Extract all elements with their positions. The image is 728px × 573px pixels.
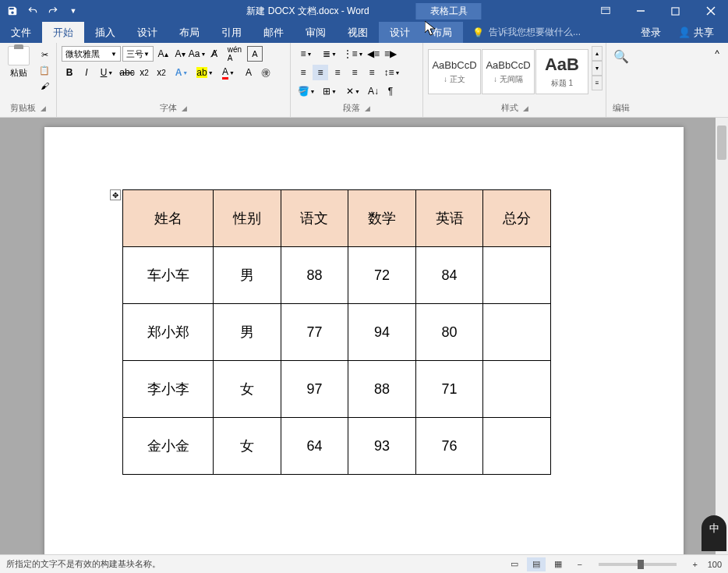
tab-references[interactable]: 引用 bbox=[210, 22, 253, 43]
table-cell[interactable]: 88 bbox=[281, 247, 348, 304]
text-effects-button[interactable]: A▼ bbox=[171, 65, 193, 80]
tab-view[interactable]: 视图 bbox=[337, 22, 379, 43]
table-cell[interactable]: 93 bbox=[348, 418, 416, 475]
clear-formatting-button[interactable]: A̸ bbox=[207, 46, 222, 62]
styles-launcher[interactable]: ◢ bbox=[523, 104, 528, 112]
distributed-button[interactable]: ≡ bbox=[364, 65, 380, 80]
increase-indent-button[interactable]: ≡▶ bbox=[383, 46, 398, 62]
shading-button[interactable]: 🪣▼ bbox=[295, 83, 317, 99]
zoom-level[interactable]: 100 bbox=[708, 560, 722, 569]
clipboard-launcher[interactable]: ◢ bbox=[41, 104, 46, 112]
table-cell[interactable]: 郑小郑 bbox=[123, 304, 214, 361]
style-box-1[interactable]: AaBbCcD↓ 无间隔 bbox=[482, 49, 535, 94]
copy-button[interactable]: 📋 bbox=[36, 63, 53, 77]
table-row[interactable]: 车小车男887284 bbox=[123, 247, 551, 304]
table-cell[interactable]: 88 bbox=[348, 361, 416, 418]
styles-scroll-down[interactable]: ▾ bbox=[592, 61, 603, 76]
styles-expand[interactable]: ≡ bbox=[592, 76, 603, 90]
zoom-slider[interactable] bbox=[599, 563, 677, 566]
table-cell[interactable]: 男 bbox=[214, 304, 281, 361]
table-header[interactable]: 姓名 bbox=[123, 190, 214, 247]
cut-button[interactable]: ✂ bbox=[36, 48, 53, 62]
table-cell[interactable]: 71 bbox=[415, 361, 483, 418]
table-move-handle[interactable]: ✥ bbox=[110, 189, 121, 200]
undo-button[interactable] bbox=[23, 2, 42, 20]
zoom-out-button[interactable]: − bbox=[571, 557, 589, 571]
table-cell[interactable]: 女 bbox=[214, 418, 281, 475]
redo-button[interactable] bbox=[44, 2, 62, 20]
table-cell[interactable]: 男 bbox=[214, 247, 281, 304]
table-cell[interactable]: 80 bbox=[415, 304, 483, 361]
table-cell[interactable]: 李小李 bbox=[123, 361, 214, 418]
sort-button[interactable]: ✕▼ bbox=[342, 83, 364, 99]
tab-review[interactable]: 审阅 bbox=[295, 22, 337, 43]
align-left-button[interactable]: ≡ bbox=[295, 65, 311, 80]
maximize-button[interactable] bbox=[658, 0, 693, 22]
document-table[interactable]: 姓名性别语文数学英语总分 车小车男887284郑小郑男779480李小李女978… bbox=[122, 189, 551, 475]
table-header[interactable]: 总分 bbox=[483, 190, 551, 247]
styles-scroll-up[interactable]: ▴ bbox=[592, 46, 603, 61]
table-cell[interactable] bbox=[483, 361, 551, 418]
subscript-button[interactable]: x2 bbox=[136, 65, 152, 80]
table-cell[interactable]: 车小车 bbox=[123, 247, 214, 304]
table-cell[interactable] bbox=[483, 247, 551, 304]
align-center-button[interactable]: ≡ bbox=[313, 65, 328, 80]
enclose-characters-button[interactable]: ㊝ bbox=[258, 65, 274, 80]
bold-button[interactable]: B bbox=[62, 65, 77, 80]
phonetic-guide-button[interactable]: wénA bbox=[224, 46, 246, 62]
character-border-button[interactable]: A bbox=[247, 46, 263, 62]
read-mode-button[interactable]: ▭ bbox=[505, 557, 524, 571]
bullets-button[interactable]: ≡▼ bbox=[295, 46, 317, 62]
align-right-button[interactable]: ≡ bbox=[330, 65, 345, 80]
table-cell[interactable] bbox=[483, 418, 551, 475]
table-cell[interactable]: 77 bbox=[281, 304, 348, 361]
justify-button[interactable]: ≡ bbox=[347, 65, 362, 80]
italic-button[interactable]: I bbox=[79, 65, 94, 80]
multilevel-list-button[interactable]: ⋮≡▼ bbox=[342, 46, 364, 62]
line-spacing-button[interactable]: ↕≡▼ bbox=[381, 65, 403, 80]
table-row[interactable]: 郑小郑男779480 bbox=[123, 304, 551, 361]
scrollbar-thumb[interactable] bbox=[717, 126, 726, 160]
grow-font-button[interactable]: A▴ bbox=[155, 46, 171, 62]
table-cell[interactable] bbox=[483, 304, 551, 361]
table-header[interactable]: 数学 bbox=[348, 190, 416, 247]
font-launcher[interactable]: ◢ bbox=[182, 104, 187, 112]
find-button[interactable]: 🔍 bbox=[613, 48, 630, 65]
tab-table-design[interactable]: 设计 bbox=[379, 22, 421, 43]
shrink-font-button[interactable]: A▾ bbox=[172, 46, 188, 62]
close-button[interactable] bbox=[693, 0, 728, 22]
style-box-2[interactable]: AaB标题 1 bbox=[535, 49, 588, 94]
table-cell[interactable]: 女 bbox=[214, 361, 281, 418]
style-box-0[interactable]: AaBbCcD↓ 正文 bbox=[428, 49, 481, 94]
table-cell[interactable]: 72 bbox=[348, 247, 416, 304]
table-cell[interactable]: 97 bbox=[281, 361, 348, 418]
table-cell[interactable]: 76 bbox=[415, 418, 483, 475]
table-header[interactable]: 性别 bbox=[214, 190, 281, 247]
table-cell[interactable]: 94 bbox=[348, 304, 416, 361]
numbering-button[interactable]: ≣▼ bbox=[319, 46, 341, 62]
font-size-select[interactable]: 三号▼ bbox=[122, 46, 154, 62]
underline-button[interactable]: U▼ bbox=[96, 65, 118, 80]
table-cell[interactable]: 84 bbox=[415, 247, 483, 304]
change-case-button[interactable]: Aa▼ bbox=[189, 46, 205, 62]
tab-layout[interactable]: 布局 bbox=[168, 22, 210, 43]
borders-button[interactable]: ⊞▼ bbox=[319, 83, 341, 99]
tab-home[interactable]: 开始 bbox=[42, 22, 84, 43]
login-button[interactable]: 登录 bbox=[633, 22, 669, 43]
superscript-button[interactable]: x2 bbox=[154, 65, 169, 80]
minimize-button[interactable] bbox=[623, 0, 658, 22]
paragraph-launcher[interactable]: ◢ bbox=[365, 104, 370, 112]
character-shading-button[interactable]: A bbox=[241, 65, 256, 80]
strikethrough-button[interactable]: abc bbox=[119, 65, 135, 80]
ime-indicator[interactable]: 中 bbox=[701, 515, 726, 551]
tab-insert[interactable]: 插入 bbox=[84, 22, 126, 43]
table-cell[interactable]: 64 bbox=[281, 418, 348, 475]
table-row[interactable]: 金小金女649376 bbox=[123, 418, 551, 475]
save-button[interactable] bbox=[3, 2, 22, 20]
tab-design[interactable]: 设计 bbox=[126, 22, 168, 43]
tab-mailings[interactable]: 邮件 bbox=[253, 22, 295, 43]
web-layout-button[interactable]: ▦ bbox=[549, 557, 567, 571]
qat-customize-button[interactable]: ▼ bbox=[64, 2, 83, 20]
table-cell[interactable]: 金小金 bbox=[123, 418, 214, 475]
zoom-in-button[interactable]: + bbox=[686, 557, 705, 571]
